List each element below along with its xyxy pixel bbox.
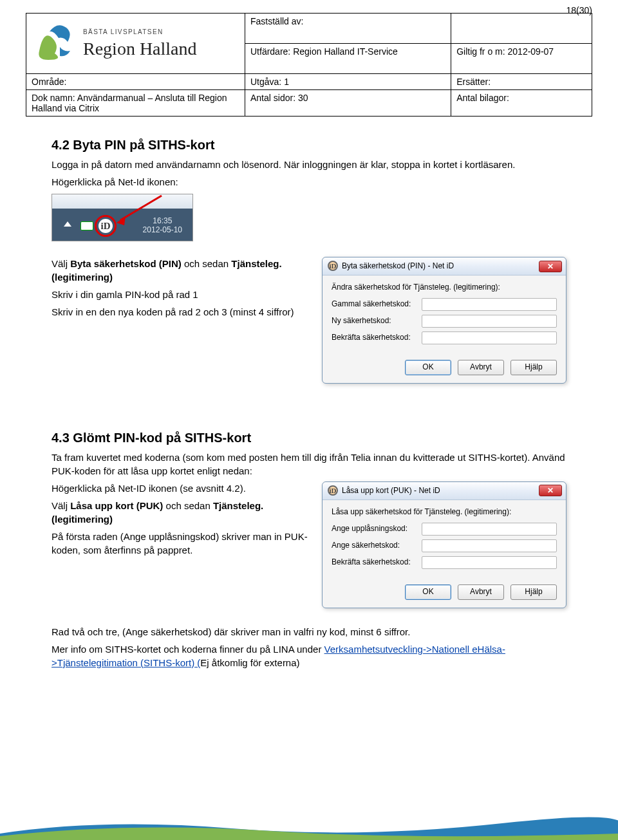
- hdr-utgava: Utgåva: 1: [245, 74, 451, 90]
- hdr-giltig: Giltig fr o m: 2012-09-07: [451, 44, 592, 74]
- region-halland-logo: BÄSTA LIVSPLATSEN Region Halland: [32, 19, 225, 66]
- logo-cell: BÄSTA LIVSPLATSEN Region Halland: [26, 14, 245, 74]
- heading-4-2: 4.2 Byta PIN på SITHS-kort: [52, 136, 566, 154]
- text-bold: Byta säkerhetskod (PIN): [70, 258, 182, 269]
- text-bold: Låsa upp kort (PUK): [70, 500, 163, 511]
- hdr-sidor: Antal sidor: 30: [245, 90, 451, 117]
- s43-p6: Mer info om SITHS-kortet och koderna fin…: [52, 642, 566, 669]
- text: och sedan: [163, 500, 213, 511]
- text: Välj: [52, 500, 70, 511]
- ok-button[interactable]: OK: [405, 584, 451, 600]
- confirm-security-code-input[interactable]: [422, 556, 557, 569]
- tray-date-text: 2012-05-10: [143, 225, 182, 234]
- old-code-label: Gammal säkerhetskod:: [332, 299, 422, 310]
- text: Mer info om SITHS-kortet och koderna fin…: [52, 644, 324, 655]
- change-pin-dialog: iD Byta säkerhetskod (PIN) - Net iD ✕ Än…: [322, 257, 566, 384]
- close-button[interactable]: ✕: [539, 261, 562, 272]
- security-code-label: Ange säkerhetskod:: [332, 540, 422, 551]
- text: Välj: [52, 258, 70, 269]
- hdr-doknamn: Dok namn: Användarmanual – Ansluta till …: [26, 90, 245, 117]
- s43-p5: Rad två och tre, (Ange säkerhetskod) där…: [52, 625, 566, 639]
- hdr-omrade: Område:: [26, 74, 245, 90]
- netid-dialog-icon: iD: [328, 261, 338, 271]
- tray-battery-icon: [80, 221, 93, 230]
- text: Ej åtkomlig för externa): [200, 657, 299, 668]
- hdr-bilagor: Antal bilagor:: [451, 90, 592, 117]
- unlock-puk-dialog: iD Låsa upp kort (PUK) - Net iD ✕ Låsa u…: [322, 481, 566, 608]
- confirm-security-code-label: Bekräfta säkerhetskod:: [332, 557, 422, 568]
- confirm-code-input[interactable]: [422, 331, 557, 344]
- close-button[interactable]: ✕: [539, 485, 562, 496]
- tray-chevron-up-icon: [64, 221, 71, 227]
- old-code-input[interactable]: [422, 298, 557, 311]
- ok-button[interactable]: OK: [405, 360, 451, 375]
- dialog-titlebar: iD Byta säkerhetskod (PIN) - Net iD ✕: [323, 257, 566, 275]
- confirm-code-label: Bekräfta säkerhetskod:: [332, 332, 422, 343]
- logo-name: Region Halland: [83, 39, 197, 59]
- tray-clock: 16:35 2012-05-10: [143, 216, 182, 235]
- dialog-title: Låsa upp kort (PUK) - Net iD: [342, 485, 440, 496]
- hdr-faststalld: Fastställd av:: [245, 14, 451, 44]
- security-code-input[interactable]: [422, 539, 557, 552]
- dialog-title: Byta säkerhetskod (PIN) - Net iD: [342, 261, 454, 272]
- netid-dialog-icon: iD: [328, 485, 338, 496]
- unlock-code-input[interactable]: [422, 523, 557, 536]
- hdr-empty-1: [451, 14, 592, 44]
- help-button[interactable]: Hjälp: [510, 584, 557, 600]
- red-highlight-circle: [95, 215, 117, 237]
- svg-marker-1: [117, 216, 126, 225]
- s42-p1: Logga in på datorn med användarnamn och …: [52, 158, 566, 171]
- s42-p2: Högerklicka på Net-Id ikonen:: [52, 175, 566, 189]
- dialog-subtitle: Ändra säkerhetskod för Tjänsteleg. (legi…: [332, 282, 557, 293]
- doc-header: BÄSTA LIVSPLATSEN Region Halland Faststä…: [26, 13, 592, 117]
- heading-4-3: 4.3 Glömt PIN-kod på SITHS-kort: [52, 429, 566, 447]
- tray-time-text: 16:35: [143, 216, 182, 225]
- new-code-label: Ny säkerhetskod:: [332, 315, 422, 326]
- help-button[interactable]: Hjälp: [510, 360, 557, 375]
- page-number: 18(30): [566, 5, 592, 15]
- new-code-input[interactable]: [422, 315, 557, 328]
- logo-tagline: BÄSTA LIVSPLATSEN: [83, 28, 164, 35]
- hdr-ersatter: Ersätter:: [451, 74, 592, 90]
- hdr-utfardare: Utfärdare: Region Halland IT-Service: [245, 44, 451, 74]
- dialog-titlebar: iD Låsa upp kort (PUK) - Net iD ✕: [323, 482, 566, 500]
- header-table: BÄSTA LIVSPLATSEN Region Halland Faststä…: [26, 13, 592, 117]
- unlock-code-label: Ange upplåsningskod:: [332, 523, 422, 534]
- dialog-subtitle: Låsa upp säkerhetskod för Tjänsteleg. (l…: [332, 507, 557, 518]
- system-tray-screenshot: iD 16:35 2012-05-10: [52, 194, 193, 241]
- cancel-button[interactable]: Avbryt: [458, 360, 504, 375]
- cancel-button[interactable]: Avbryt: [458, 584, 504, 600]
- s43-p1: Ta fram kuvertet med koderna (som kom me…: [52, 451, 566, 478]
- text: och sedan: [182, 258, 232, 269]
